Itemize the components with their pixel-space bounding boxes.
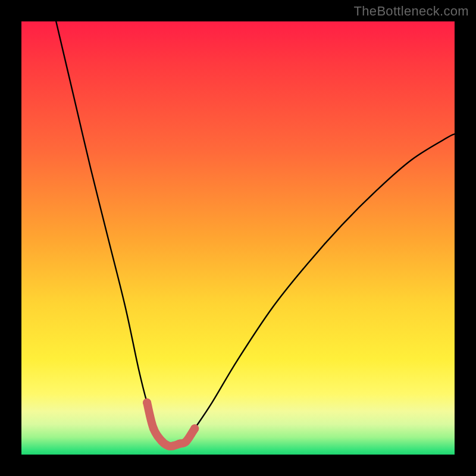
curve-svg xyxy=(21,21,455,455)
plot-area xyxy=(21,21,455,455)
min-marker-dot xyxy=(143,399,151,407)
min-marker-dot xyxy=(149,424,158,433)
bottleneck-curve xyxy=(56,21,455,446)
min-marker-dot xyxy=(190,424,199,433)
watermark-text: TheBottleneck.com xyxy=(354,4,469,19)
min-marker-dot xyxy=(182,437,190,446)
chart-root: TheBottleneck.com xyxy=(0,0,476,476)
